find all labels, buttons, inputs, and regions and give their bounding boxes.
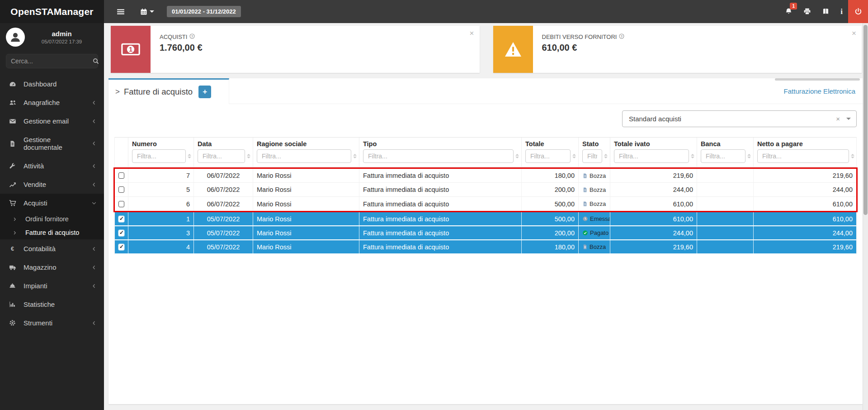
sidebar-item-gestione-email[interactable]: Gestione email (0, 112, 104, 130)
cell-status: Bozza (579, 197, 610, 211)
sidebar-item-label: Strumenti (24, 319, 52, 327)
filter-input-bank[interactable] (701, 149, 745, 163)
column-header-status[interactable]: Stato (579, 138, 610, 148)
search-input[interactable] (11, 57, 93, 65)
column-header-taxed[interactable]: Totale ivato (610, 138, 697, 148)
cell-taxed: 244,00 (610, 183, 697, 196)
filter-input-status[interactable] (582, 149, 602, 163)
cell-company: Mario Rossi (253, 240, 359, 253)
cell-status: Bozza (579, 169, 610, 182)
row-checkbox[interactable] (118, 230, 124, 236)
svg-text:1: 1 (129, 46, 132, 53)
close-icon[interactable]: × (852, 29, 856, 37)
sidebar-item-acquisti[interactable]: Acquisti (0, 194, 104, 212)
calendar-icon[interactable] (135, 0, 156, 23)
invoices-table: NumeroDataRagione socialeTipoTotaleStato… (114, 137, 857, 254)
cell-taxed: 219,60 (610, 169, 697, 182)
column-header-date[interactable]: Data (194, 138, 253, 148)
column-header-total[interactable]: Totale (522, 138, 579, 148)
table-row[interactable]: 305/07/2022Mario RossiFattura immediata … (115, 226, 856, 240)
clear-selection-icon[interactable]: × (830, 115, 846, 123)
sort-arrows-icon[interactable] (188, 154, 192, 158)
tab-fatture-di-acquisto[interactable]: > Fatture di acquisto + (108, 78, 229, 104)
cell-check (115, 226, 128, 239)
search-icon[interactable] (93, 58, 99, 64)
sort-arrows-icon[interactable] (247, 154, 251, 158)
sidebar-item-anagrafiche[interactable]: Anagrafiche (0, 93, 104, 112)
row-checkbox[interactable] (118, 244, 124, 250)
sort-arrows-icon[interactable] (515, 154, 519, 158)
warning-icon (493, 26, 533, 73)
cell-total: 500,00 (522, 197, 579, 211)
row-checkbox[interactable] (118, 186, 124, 193)
filter-input-company[interactable] (257, 149, 351, 163)
file-icon (582, 173, 588, 179)
sidebar-item-attivit[interactable]: Attività (0, 157, 104, 175)
sidebar-item-strumenti[interactable]: Strumenti (0, 314, 104, 332)
add-record-button[interactable]: + (198, 86, 211, 98)
date-range-badge[interactable]: 01/01/2022 - 31/12/2022 (167, 6, 241, 17)
column-header-number[interactable]: Numero (128, 138, 194, 148)
menu-icon[interactable] (111, 0, 130, 23)
filter-input-type[interactable] (363, 149, 514, 163)
sidebar-item-magazzino[interactable]: Magazzino (0, 258, 104, 277)
sidebar-item-vendite[interactable]: Vendite (0, 175, 104, 194)
fatturazione-elettronica-link[interactable]: Fatturazione Elettronica (784, 87, 863, 95)
sidebar-item-statistiche[interactable]: Statistiche (0, 295, 104, 314)
cell-net: 244,00 (754, 226, 856, 239)
info-icon[interactable]: i (835, 0, 848, 23)
scrollbar-thumb[interactable] (863, 25, 868, 215)
printer-icon[interactable] (798, 0, 816, 23)
bell-icon[interactable]: 1 (779, 0, 798, 23)
sidebar-item-contabilit[interactable]: €Contabilità (0, 239, 104, 258)
sidebar-item-gestione-documentale[interactable]: Gestione documentale (0, 130, 104, 157)
filter-input-date[interactable] (198, 149, 245, 163)
column-header-type[interactable]: Tipo (359, 138, 522, 148)
power-icon[interactable] (848, 0, 868, 23)
cell-bank (697, 240, 754, 253)
chevron-left-icon (91, 141, 97, 146)
tab-header: > Fatture di acquisto + Fatturazione Ele… (108, 78, 863, 104)
table-row[interactable]: 105/07/2022Mario RossiFattura immediata … (115, 212, 856, 226)
sidebar-item-impianti[interactable]: Impianti (0, 277, 104, 295)
book-icon[interactable] (816, 0, 835, 23)
sort-arrows-icon[interactable] (572, 154, 576, 158)
print-template-select[interactable]: Standard acquisti × (622, 110, 857, 127)
row-checkbox[interactable] (118, 201, 124, 207)
filter-cell-bank (697, 148, 754, 167)
close-icon[interactable]: × (470, 29, 474, 37)
row-checkbox[interactable] (118, 172, 124, 179)
brand-logo[interactable]: OpenSTAManager (0, 0, 104, 23)
cell-bank (697, 226, 754, 239)
table-row[interactable]: 606/07/2022Mario RossiFattura immediata … (115, 197, 856, 211)
sidebar-item-dashboard[interactable]: Dashboard (0, 75, 104, 93)
page-scrollbar (863, 23, 868, 410)
filter-input-number[interactable] (132, 149, 186, 163)
filter-input-total[interactable] (525, 149, 571, 163)
sort-arrows-icon[interactable] (691, 154, 695, 158)
column-header-net[interactable]: Netto a pagare (754, 138, 856, 148)
filter-input-taxed[interactable] (614, 149, 689, 163)
cell-number: 4 (128, 240, 194, 253)
chevron-down-icon (150, 10, 154, 13)
table-row[interactable]: 706/07/2022Mario RossiFattura immediata … (115, 169, 856, 183)
column-header-bank[interactable]: Banca (697, 138, 754, 148)
sidebar: OpenSTAManager admin 05/07/2022 17:39 Da… (0, 0, 104, 410)
document-icon (9, 140, 20, 147)
sidebar-search (6, 54, 98, 68)
filter-input-net[interactable] (757, 149, 849, 163)
table-row[interactable]: 506/07/2022Mario RossiFattura immediata … (115, 183, 856, 197)
sort-arrows-icon[interactable] (353, 154, 357, 158)
column-header-company[interactable]: Ragione sociale (253, 138, 359, 148)
sidebar-item-ordini-fornitore[interactable]: Ordini fornitore (0, 212, 104, 226)
table-row[interactable]: 405/07/2022Mario RossiFattura immediata … (115, 240, 856, 254)
sort-arrows-icon[interactable] (851, 154, 855, 158)
cell-net: 244,00 (754, 183, 856, 196)
sort-arrows-icon[interactable] (604, 154, 608, 158)
cell-date: 06/07/2022 (194, 183, 253, 196)
sort-arrows-icon[interactable] (747, 154, 751, 158)
chevron-right-icon (12, 230, 20, 235)
sidebar-item-fatture-di-acquisto[interactable]: Fatture di acquisto (0, 226, 104, 239)
row-checkbox[interactable] (118, 216, 124, 222)
tab-strip-scrollbar[interactable] (775, 78, 860, 81)
